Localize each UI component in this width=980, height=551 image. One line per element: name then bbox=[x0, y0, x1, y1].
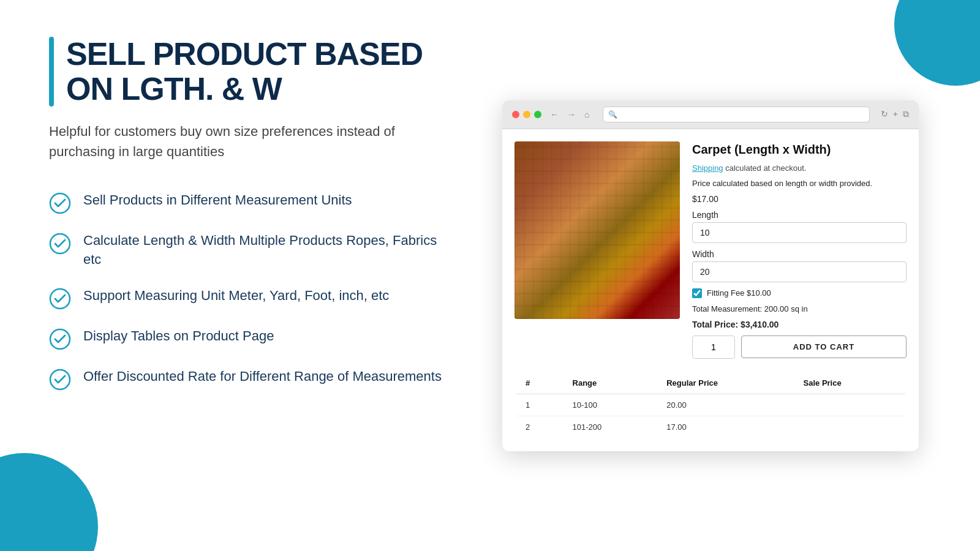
feature-label-5: Offer Discounted Rate for Different Rang… bbox=[83, 367, 442, 386]
feature-label-3: Support Measuring Unit Meter, Yard, Foot… bbox=[83, 287, 389, 305]
browser-actions: ↻ + ⧉ bbox=[881, 109, 909, 119]
feature-label-2: Calculate Length & Width Multiple Produc… bbox=[83, 231, 453, 269]
search-icon: 🔍 bbox=[608, 110, 617, 119]
feature-label-4: Display Tables on Product Page bbox=[83, 327, 274, 346]
back-button[interactable]: ← bbox=[548, 108, 561, 121]
row2-sale bbox=[794, 416, 906, 438]
right-panel: ← → ⌂ 🔍 ↻ + ⧉ bbox=[490, 37, 931, 514]
product-image bbox=[514, 141, 680, 319]
checkmark-icon-4 bbox=[49, 328, 71, 350]
checkmark-icon-1 bbox=[49, 192, 71, 214]
row2-range: 101-200 bbox=[563, 416, 657, 438]
quantity-input[interactable] bbox=[692, 335, 735, 359]
total-measurement: Total Measurement: 200.00 sq in bbox=[692, 304, 907, 313]
pricing-table-wrapper: # Range Regular Price Sale Price 1 10-10… bbox=[502, 371, 919, 451]
copy-button[interactable]: ⧉ bbox=[903, 109, 909, 119]
row1-sale bbox=[794, 394, 906, 416]
add-to-cart-button[interactable]: ADD TO CART bbox=[741, 335, 907, 358]
width-label: Width bbox=[692, 249, 907, 259]
svg-point-1 bbox=[50, 234, 70, 253]
browser-nav: ← → ⌂ bbox=[548, 108, 592, 121]
col-header-regular: Regular Price bbox=[657, 372, 793, 394]
col-header-range: Range bbox=[563, 372, 657, 394]
main-container: SELL PRODUCT BASED ON LGTH. & W Helpful … bbox=[0, 0, 980, 551]
checkmark-icon-3 bbox=[49, 288, 71, 310]
feature-item-2: Calculate Length & Width Multiple Produc… bbox=[49, 231, 453, 269]
svg-point-3 bbox=[50, 329, 70, 349]
fitting-fee-row: Fitting Fee $10.00 bbox=[692, 288, 907, 298]
row1-num: 1 bbox=[515, 394, 563, 416]
fitting-fee-label: Fitting Fee $10.00 bbox=[707, 288, 771, 298]
refresh-button[interactable]: ↻ bbox=[881, 109, 888, 119]
browser-address-bar[interactable]: 🔍 bbox=[603, 107, 869, 122]
browser-dots bbox=[512, 111, 541, 118]
dot-yellow[interactable] bbox=[523, 111, 530, 118]
feature-item-5: Offer Discounted Rate for Different Rang… bbox=[49, 367, 453, 391]
shipping-line: Shipping calculated at checkout. bbox=[692, 163, 907, 173]
checkmark-icon-2 bbox=[49, 233, 71, 255]
svg-point-0 bbox=[50, 193, 70, 213]
length-label: Length bbox=[692, 210, 907, 220]
length-input[interactable] bbox=[692, 222, 907, 243]
total-price: Total Price: $3,410.00 bbox=[692, 320, 907, 329]
price-calc-note: Price calculated based on length or widt… bbox=[692, 179, 907, 188]
product-title: Carpet (Length x Width) bbox=[692, 141, 907, 157]
home-button[interactable]: ⌂ bbox=[582, 108, 592, 121]
forward-button[interactable]: → bbox=[565, 108, 578, 121]
svg-point-2 bbox=[50, 289, 70, 309]
title-block: SELL PRODUCT BASED ON LGTH. & W bbox=[49, 37, 453, 107]
feature-label-1: Sell Products in Different Measurement U… bbox=[83, 191, 352, 210]
page-title: SELL PRODUCT BASED ON LGTH. & W bbox=[66, 37, 453, 107]
product-details: Carpet (Length x Width) Shipping calcula… bbox=[692, 141, 907, 359]
table-row: 1 10-100 20.00 bbox=[515, 394, 906, 416]
pricing-table: # Range Regular Price Sale Price 1 10-10… bbox=[514, 371, 907, 439]
pricing-table-body: 1 10-100 20.00 2 101-200 17.00 bbox=[515, 394, 906, 438]
page-subtitle: Helpful for customers buy own size prefe… bbox=[49, 121, 453, 162]
browser-toolbar: ← → ⌂ 🔍 ↻ + ⧉ bbox=[502, 100, 919, 129]
width-input[interactable] bbox=[692, 261, 907, 282]
dot-red[interactable] bbox=[512, 111, 519, 118]
feature-item-1: Sell Products in Different Measurement U… bbox=[49, 191, 453, 214]
feature-item-3: Support Measuring Unit Meter, Yard, Foot… bbox=[49, 287, 453, 310]
shipping-link[interactable]: Shipping bbox=[692, 163, 723, 173]
col-header-num: # bbox=[515, 372, 563, 394]
col-header-sale: Sale Price bbox=[794, 372, 906, 394]
shipping-text: calculated at checkout. bbox=[725, 163, 806, 173]
row1-regular: 20.00 bbox=[657, 394, 793, 416]
table-header-row: # Range Regular Price Sale Price bbox=[515, 372, 906, 394]
checkmark-icon-5 bbox=[49, 369, 71, 391]
features-list: Sell Products in Different Measurement U… bbox=[49, 191, 453, 391]
cart-row: ADD TO CART bbox=[692, 335, 907, 359]
row2-num: 2 bbox=[515, 416, 563, 438]
left-panel: SELL PRODUCT BASED ON LGTH. & W Helpful … bbox=[49, 37, 453, 514]
title-bar-accent bbox=[49, 37, 54, 107]
feature-item-4: Display Tables on Product Page bbox=[49, 327, 453, 350]
fitting-fee-checkbox[interactable] bbox=[692, 288, 702, 298]
carpet-image bbox=[514, 141, 680, 319]
browser-window: ← → ⌂ 🔍 ↻ + ⧉ bbox=[502, 100, 919, 451]
new-tab-button[interactable]: + bbox=[893, 109, 898, 119]
row1-range: 10-100 bbox=[563, 394, 657, 416]
row2-regular: 17.00 bbox=[657, 416, 793, 438]
carpet-pattern-overlay bbox=[514, 141, 680, 319]
product-page: Carpet (Length x Width) Shipping calcula… bbox=[502, 129, 919, 371]
dot-green[interactable] bbox=[534, 111, 541, 118]
table-row: 2 101-200 17.00 bbox=[515, 416, 906, 438]
base-price: $17.00 bbox=[692, 194, 907, 204]
svg-point-4 bbox=[50, 370, 70, 389]
